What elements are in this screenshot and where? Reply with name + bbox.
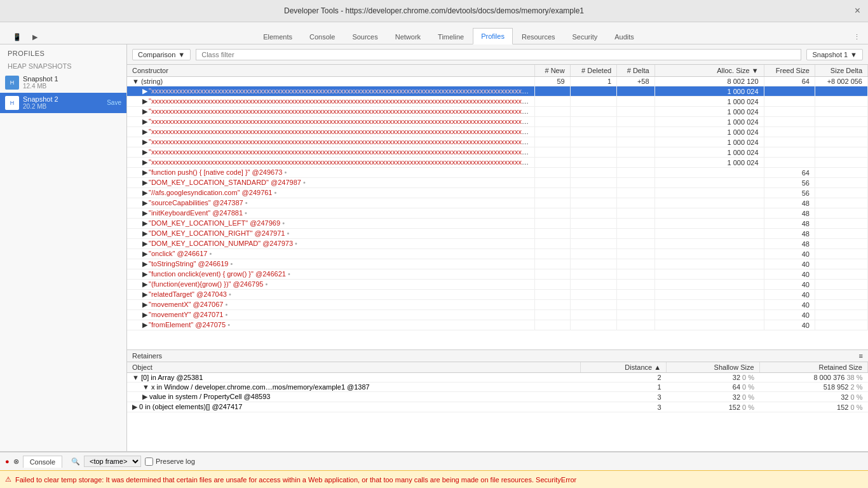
cell-delta (617, 198, 654, 208)
table-row[interactable]: ▶"DOM_KEY_LOCATION_STANDARD" @247987 • 5… (127, 178, 868, 188)
retainer-row[interactable]: ▶ value in system / PropertyCell @48593 … (127, 392, 868, 402)
expand-icon[interactable]: ▶ (142, 321, 147, 329)
snapshot-item-2[interactable]: H Snapshot 2 20.2 MB Save (0, 93, 126, 113)
ret-expand-icon[interactable]: ▶ (142, 393, 147, 400)
tab-elements[interactable]: Elements (255, 29, 301, 44)
table-row[interactable]: ▶"DOM_KEY_LOCATION_LEFT" @247969 • 48 (127, 219, 868, 229)
inspect-icon[interactable]: ▶ (28, 30, 42, 44)
table-row[interactable]: ▶"movementX" @247067 • 40 (127, 300, 868, 310)
comparison-dropdown[interactable]: Comparison ▼ (132, 49, 191, 60)
table-row[interactable]: ▶"(function(event){grow() })" @246795 • … (127, 280, 868, 290)
table-row[interactable]: ▶"initKeyboardEvent" @247881 • 48 (127, 208, 868, 219)
expand-icon[interactable]: ▶ (142, 209, 147, 217)
tab-network[interactable]: Network (387, 29, 429, 44)
expand-icon[interactable]: ▶ (142, 168, 147, 176)
table-row[interactable]: ▶"xxxxxxxxxxxxxxxxxxxxxxxxxxxxxxxxxxxxxx… (127, 137, 868, 147)
tab-sources[interactable]: Sources (344, 29, 386, 44)
expand-icon[interactable]: ▶ (142, 138, 147, 146)
expand-icon[interactable]: ▶ (142, 87, 147, 95)
expand-icon[interactable]: ▶ (142, 189, 147, 196)
expand-icon[interactable]: ▶ (142, 311, 147, 318)
table-row[interactable]: ▶"DOM_KEY_LOCATION_RIGHT" @247971 • 48 (127, 229, 868, 239)
table-row[interactable]: ▶"xxxxxxxxxxxxxxxxxxxxxxxxxxxxxxxxxxxxxx… (127, 86, 868, 97)
expand-icon[interactable]: ▶ (142, 301, 147, 308)
frame-selector[interactable]: <top frame> (84, 456, 141, 467)
table-row[interactable]: ▶"xxxxxxxxxxxxxxxxxxxxxxxxxxxxxxxxxxxxxx… (127, 127, 868, 137)
cell-new (535, 86, 570, 97)
table-row[interactable]: ▼ (string) 59 1 +58 8 002 120 64 +8 002 … (127, 77, 868, 86)
table-row[interactable]: ▶"onclick" @246617 • 40 (127, 249, 868, 259)
expand-icon[interactable]: ▶ (142, 97, 147, 105)
cell-constructor: ▶"//afs.googlesyndication.com" @249761 • (127, 188, 535, 198)
table-row[interactable]: ▶"toStringString" @246619 • 40 (127, 259, 868, 269)
cell-size-delta (815, 208, 867, 219)
snapshot-selector-dropdown[interactable]: Snapshot 1 ▼ (806, 49, 863, 60)
expand-icon[interactable]: ▶ (142, 107, 147, 115)
ret-name: value in system / PropertyCell @48593 (149, 393, 270, 400)
tab-console[interactable]: Console (301, 29, 343, 44)
ret-expand-icon[interactable]: ▶ (132, 403, 137, 410)
cell-deleted (570, 300, 616, 310)
tab-profiles[interactable]: Profiles (473, 28, 513, 44)
table-row[interactable]: ▶"//afs.googlesyndication.com" @249761 •… (127, 188, 868, 198)
ret-cell-retained: 32 0 % (759, 392, 867, 402)
table-row[interactable]: ▶"xxxxxxxxxxxxxxxxxxxxxxxxxxxxxxxxxxxxxx… (127, 158, 868, 168)
expand-icon[interactable]: ▶ (142, 118, 147, 125)
expand-icon[interactable]: ▶ (142, 128, 147, 135)
expand-icon[interactable]: ▼ (132, 78, 139, 85)
table-row[interactable]: ▶"xxxxxxxxxxxxxxxxxxxxxxxxxxxxxxxxxxxxxx… (127, 107, 868, 117)
ret-expand-icon[interactable]: ▼ (132, 374, 139, 381)
expand-icon[interactable]: ▶ (142, 199, 147, 207)
string-value: "movementY" @247071 (149, 311, 223, 318)
expand-icon[interactable]: ▶ (142, 219, 147, 227)
expand-icon[interactable]: ▶ (142, 148, 147, 156)
toolbar: Comparison ▼ Snapshot 1 ▼ (127, 44, 868, 65)
string-value: "toStringString" @246619 (149, 260, 228, 268)
expand-icon[interactable]: ▶ (142, 290, 147, 298)
console-clear-icon[interactable]: ⊗ (13, 458, 19, 466)
content-area: Comparison ▼ Snapshot 1 ▼ Constructor # … (127, 44, 868, 451)
expand-icon[interactable]: ▶ (142, 280, 147, 288)
tab-security[interactable]: Security (564, 29, 606, 44)
retainer-row[interactable]: ▼ x in Window / developer.chrome.com…mos… (127, 383, 868, 392)
retainers-menu-icon[interactable]: ≡ (859, 352, 863, 360)
table-row[interactable]: ▶"DOM_KEY_LOCATION_NUMPAD" @247973 • 48 (127, 239, 868, 249)
string-value: "xxxxxxxxxxxxxxxxxxxxxxxxxxxxxxxxxxxxxxx… (149, 138, 535, 146)
console-tab[interactable]: Console (23, 456, 62, 468)
retainer-row[interactable]: ▼ [0] in Array @25381 2 32 0 % 8 000 376… (127, 373, 868, 383)
table-row[interactable]: ▶"xxxxxxxxxxxxxxxxxxxxxxxxxxxxxxxxxxxxxx… (127, 97, 868, 107)
expand-icon[interactable]: ▶ (142, 240, 147, 247)
close-button[interactable]: × (855, 5, 860, 17)
ret-expand-icon[interactable]: ▼ (142, 383, 149, 391)
retainer-row[interactable]: ▶ 0 in (object elements)[] @247417 3 152… (127, 402, 868, 412)
profiles-section-label: Profiles (0, 44, 126, 60)
class-filter-input[interactable] (196, 49, 801, 60)
dot: • (226, 321, 230, 329)
table-row[interactable]: ▶"xxxxxxxxxxxxxxxxxxxxxxxxxxxxxxxxxxxxxx… (127, 117, 868, 127)
cell-deleted (570, 208, 616, 219)
snapshot-save-button[interactable]: Save (107, 99, 121, 106)
expand-icon[interactable]: ▶ (142, 179, 147, 186)
table-row[interactable]: ▶"function push() { [native code] }" @24… (127, 168, 868, 178)
table-row[interactable]: ▶"fromElement" @247075 • 40 (127, 320, 868, 330)
expand-icon[interactable]: ▶ (142, 250, 147, 257)
expand-icon[interactable]: ▶ (142, 229, 147, 237)
table-row[interactable]: ▶"movementY" @247071 • 40 (127, 310, 868, 320)
tab-audits[interactable]: Audits (606, 29, 642, 44)
device-toggle-icon[interactable]: 📱 (10, 30, 24, 44)
expand-icon[interactable]: ▶ (142, 270, 147, 278)
expand-icon[interactable]: ▶ (142, 260, 147, 268)
table-row[interactable]: ▶"sourceCapabilities" @247387 • 48 (127, 198, 868, 208)
table-row[interactable]: ▶"xxxxxxxxxxxxxxxxxxxxxxxxxxxxxxxxxxxxxx… (127, 147, 868, 158)
tab-resources[interactable]: Resources (513, 29, 564, 44)
table-row[interactable]: ▶"relatedTarget" @247043 • 40 (127, 290, 868, 300)
cell-freed-size: 56 (764, 178, 815, 188)
tab-timeline[interactable]: Timeline (430, 29, 472, 44)
preserve-log-checkbox[interactable] (145, 458, 153, 466)
expand-icon[interactable]: ▶ (142, 158, 147, 166)
table-row[interactable]: ▶"function onclick(event) { grow() }" @2… (127, 269, 868, 280)
heap-snapshots-label: HEAP SNAPSHOTS (0, 60, 126, 72)
snapshot-item-1[interactable]: H Snapshot 1 12.4 MB (0, 72, 126, 93)
more-tabs-button[interactable]: ⋮ (851, 30, 863, 44)
cell-size-delta (815, 300, 867, 310)
